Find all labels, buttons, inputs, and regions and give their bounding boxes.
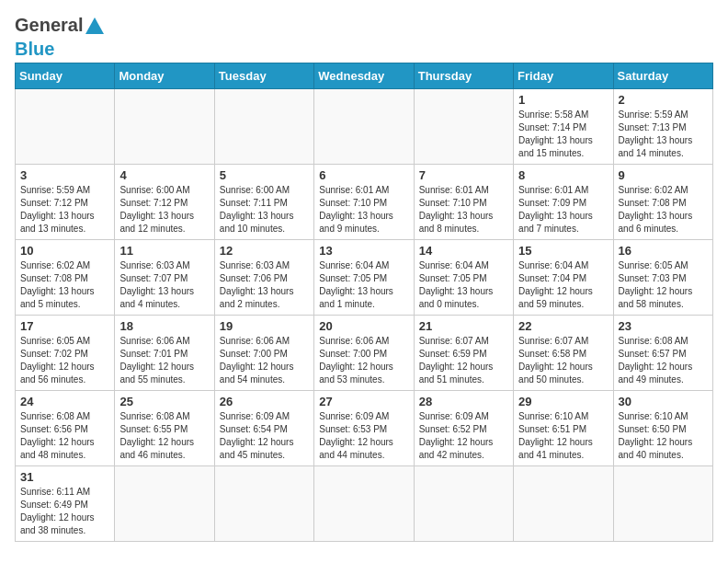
calendar-cell: 19Sunrise: 6:06 AM Sunset: 7:00 PM Dayli… <box>214 316 313 391</box>
day-number: 17 <box>20 319 109 333</box>
day-number: 28 <box>419 395 508 408</box>
calendar-cell: 20Sunrise: 6:06 AM Sunset: 7:00 PM Dayli… <box>314 316 414 391</box>
day-number: 8 <box>518 168 608 182</box>
calendar-cell: 2Sunrise: 5:59 AM Sunset: 7:13 PM Daylig… <box>613 89 712 165</box>
calendar-cell <box>115 466 214 542</box>
day-number: 21 <box>419 319 508 333</box>
day-number: 16 <box>619 244 708 258</box>
calendar-week-1: 3Sunrise: 5:59 AM Sunset: 7:12 PM Daylig… <box>16 165 713 240</box>
calendar-cell: 10Sunrise: 6:02 AM Sunset: 7:08 PM Dayli… <box>16 240 115 316</box>
day-info: Sunrise: 6:00 AM Sunset: 7:11 PM Dayligh… <box>220 184 309 236</box>
day-number: 13 <box>319 244 408 258</box>
day-number: 1 <box>518 93 608 107</box>
day-info: Sunrise: 6:02 AM Sunset: 7:08 PM Dayligh… <box>20 259 109 311</box>
day-info: Sunrise: 6:10 AM Sunset: 6:50 PM Dayligh… <box>619 410 708 462</box>
calendar-cell: 3Sunrise: 5:59 AM Sunset: 7:12 PM Daylig… <box>16 165 115 240</box>
calendar-cell: 9Sunrise: 6:02 AM Sunset: 7:08 PM Daylig… <box>613 165 712 240</box>
calendar-week-5: 31Sunrise: 6:11 AM Sunset: 6:49 PM Dayli… <box>16 466 713 542</box>
day-info: Sunrise: 6:04 AM Sunset: 7:05 PM Dayligh… <box>419 259 508 311</box>
day-info: Sunrise: 6:04 AM Sunset: 7:04 PM Dayligh… <box>518 259 608 311</box>
day-header-wednesday: Wednesday <box>314 63 414 89</box>
calendar-cell: 26Sunrise: 6:09 AM Sunset: 6:54 PM Dayli… <box>214 391 313 466</box>
day-info: Sunrise: 6:02 AM Sunset: 7:08 PM Dayligh… <box>619 184 708 236</box>
day-info: Sunrise: 6:01 AM Sunset: 7:09 PM Dayligh… <box>518 184 608 236</box>
day-number: 20 <box>319 319 408 333</box>
day-number: 5 <box>220 168 309 182</box>
day-info: Sunrise: 5:58 AM Sunset: 7:14 PM Dayligh… <box>518 109 608 160</box>
calendar-cell: 6Sunrise: 6:01 AM Sunset: 7:10 PM Daylig… <box>314 165 414 240</box>
day-info: Sunrise: 6:11 AM Sunset: 6:49 PM Dayligh… <box>20 486 109 537</box>
day-number: 12 <box>220 244 309 258</box>
calendar-week-3: 17Sunrise: 6:05 AM Sunset: 7:02 PM Dayli… <box>16 316 713 391</box>
day-info: Sunrise: 6:09 AM Sunset: 6:54 PM Dayligh… <box>220 410 309 462</box>
calendar-cell: 14Sunrise: 6:04 AM Sunset: 7:05 PM Dayli… <box>414 240 513 316</box>
logo-triangle-icon <box>85 16 104 34</box>
calendar-cell: 27Sunrise: 6:09 AM Sunset: 6:53 PM Dayli… <box>314 391 414 466</box>
day-info: Sunrise: 6:04 AM Sunset: 7:05 PM Dayligh… <box>319 259 408 311</box>
day-number: 11 <box>119 244 209 258</box>
logo-general-text: General <box>15 15 83 35</box>
day-info: Sunrise: 6:06 AM Sunset: 7:00 PM Dayligh… <box>220 335 309 386</box>
day-info: Sunrise: 6:07 AM Sunset: 6:58 PM Dayligh… <box>518 335 608 386</box>
calendar-cell <box>214 466 313 542</box>
day-number: 22 <box>518 319 608 333</box>
calendar-cell: 28Sunrise: 6:09 AM Sunset: 6:52 PM Dayli… <box>414 391 513 466</box>
day-number: 6 <box>319 168 408 182</box>
calendar-cell <box>115 89 214 165</box>
calendar-week-4: 24Sunrise: 6:08 AM Sunset: 6:56 PM Dayli… <box>16 391 713 466</box>
logo-wordmark: General <box>15 15 104 35</box>
day-info: Sunrise: 6:06 AM Sunset: 7:00 PM Dayligh… <box>319 335 408 386</box>
calendar-cell <box>414 466 513 542</box>
day-info: Sunrise: 6:07 AM Sunset: 6:59 PM Dayligh… <box>419 335 508 386</box>
day-header-thursday: Thursday <box>414 63 513 89</box>
day-info: Sunrise: 6:08 AM Sunset: 6:55 PM Dayligh… <box>119 410 209 462</box>
day-info: Sunrise: 6:08 AM Sunset: 6:56 PM Dayligh… <box>20 410 109 462</box>
svg-marker-0 <box>85 17 104 34</box>
day-info: Sunrise: 6:00 AM Sunset: 7:12 PM Dayligh… <box>119 184 209 236</box>
day-info: Sunrise: 6:05 AM Sunset: 7:02 PM Dayligh… <box>20 335 109 386</box>
day-number: 25 <box>119 395 209 408</box>
day-header-friday: Friday <box>514 63 613 89</box>
calendar-cell: 13Sunrise: 6:04 AM Sunset: 7:05 PM Dayli… <box>314 240 414 316</box>
calendar-cell <box>214 89 313 165</box>
calendar-cell: 4Sunrise: 6:00 AM Sunset: 7:12 PM Daylig… <box>115 165 214 240</box>
day-number: 27 <box>319 395 408 408</box>
day-info: Sunrise: 6:09 AM Sunset: 6:53 PM Dayligh… <box>319 410 408 462</box>
calendar-cell: 15Sunrise: 6:04 AM Sunset: 7:04 PM Dayli… <box>514 240 613 316</box>
day-number: 24 <box>20 395 109 408</box>
day-info: Sunrise: 6:06 AM Sunset: 7:01 PM Dayligh… <box>119 335 209 386</box>
day-info: Sunrise: 6:10 AM Sunset: 6:51 PM Dayligh… <box>518 410 608 462</box>
calendar-cell: 18Sunrise: 6:06 AM Sunset: 7:01 PM Dayli… <box>115 316 214 391</box>
calendar-cell: 8Sunrise: 6:01 AM Sunset: 7:09 PM Daylig… <box>514 165 613 240</box>
logo-blue-row: Blue <box>15 39 54 59</box>
day-header-monday: Monday <box>115 63 214 89</box>
day-headers-row: SundayMondayTuesdayWednesdayThursdayFrid… <box>16 63 713 89</box>
calendar-cell: 25Sunrise: 6:08 AM Sunset: 6:55 PM Dayli… <box>115 391 214 466</box>
day-number: 26 <box>220 395 309 408</box>
day-header-saturday: Saturday <box>613 63 712 89</box>
day-number: 9 <box>619 168 708 182</box>
calendar-cell: 17Sunrise: 6:05 AM Sunset: 7:02 PM Dayli… <box>16 316 115 391</box>
calendar-cell: 29Sunrise: 6:10 AM Sunset: 6:51 PM Dayli… <box>514 391 613 466</box>
calendar-cell <box>314 466 414 542</box>
calendar-cell <box>414 89 513 165</box>
day-header-tuesday: Tuesday <box>214 63 313 89</box>
day-number: 3 <box>20 168 109 182</box>
page-header: General Blue <box>15 15 713 59</box>
calendar-cell: 1Sunrise: 5:58 AM Sunset: 7:14 PM Daylig… <box>514 89 613 165</box>
day-info: Sunrise: 6:03 AM Sunset: 7:07 PM Dayligh… <box>119 259 209 311</box>
day-number: 2 <box>619 93 708 107</box>
calendar-cell <box>613 466 712 542</box>
day-number: 23 <box>619 319 708 333</box>
day-number: 4 <box>119 168 209 182</box>
day-number: 18 <box>119 319 209 333</box>
calendar-week-0: 1Sunrise: 5:58 AM Sunset: 7:14 PM Daylig… <box>16 89 713 165</box>
day-number: 29 <box>518 395 608 408</box>
day-number: 7 <box>419 168 508 182</box>
calendar-header: SundayMondayTuesdayWednesdayThursdayFrid… <box>16 63 713 89</box>
logo-blue-text: Blue <box>15 39 54 59</box>
calendar-cell: 23Sunrise: 6:08 AM Sunset: 6:57 PM Dayli… <box>613 316 712 391</box>
calendar-week-2: 10Sunrise: 6:02 AM Sunset: 7:08 PM Dayli… <box>16 240 713 316</box>
calendar-cell: 5Sunrise: 6:00 AM Sunset: 7:11 PM Daylig… <box>214 165 313 240</box>
day-info: Sunrise: 6:03 AM Sunset: 7:06 PM Dayligh… <box>220 259 309 311</box>
